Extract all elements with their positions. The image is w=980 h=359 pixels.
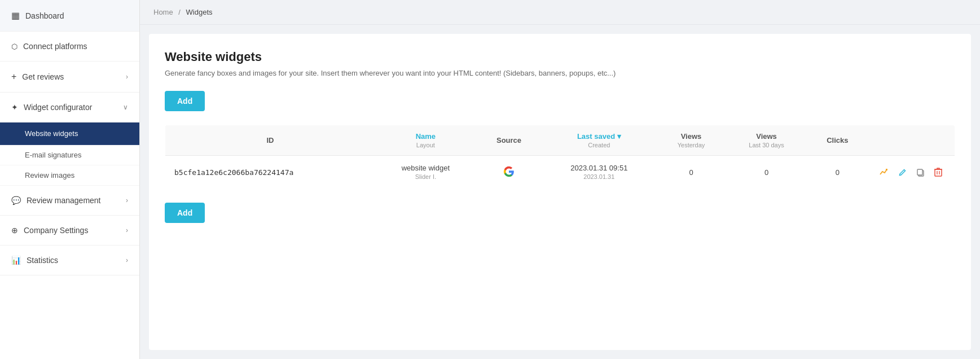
col-name[interactable]: Name Layout [375, 125, 476, 156]
breadcrumb-current: Widgets [186, 8, 213, 16]
sidebar-item-dashboard[interactable]: ▦ Dashboard [0, 0, 139, 32]
sidebar-item-get-reviews[interactable]: + Get reviews › [0, 62, 139, 93]
chevron-right-icon: › [126, 256, 128, 264]
col-actions [868, 125, 955, 156]
add-button-bottom[interactable]: Add [165, 203, 205, 223]
copy-action-icon[interactable] [913, 165, 928, 180]
col-views-30: Views Last 30 days [726, 125, 807, 156]
breadcrumb: Home / Widgets [140, 0, 980, 25]
row-clicks: 0 [807, 156, 868, 189]
page-subtitle: Generate fancy boxes and images for your… [165, 69, 955, 77]
main-content: Home / Widgets Website widgets Generate … [140, 0, 980, 359]
page-title: Website widgets [165, 50, 955, 64]
sidebar-item-company-settings[interactable]: ⊕ Company Settings › [0, 216, 139, 246]
table-row: b5cfe1a12e6c2066ba76224147a website widg… [165, 156, 955, 189]
google-icon [503, 166, 515, 177]
stats-icon: 📊 [11, 256, 21, 265]
chevron-right-icon: › [126, 226, 128, 234]
sidebar-sub-label: Review images [25, 171, 74, 180]
col-source: Source [476, 125, 542, 156]
sidebar-item-label: Company Settings [24, 226, 88, 235]
chevron-down-icon: ∨ [123, 103, 128, 111]
sidebar-item-website-widgets[interactable]: Website widgets [0, 122, 139, 145]
sidebar-item-label: Get reviews [22, 72, 64, 81]
sidebar-item-label: Widget configurator [24, 103, 92, 112]
row-actions [868, 156, 955, 189]
chevron-right-icon: › [126, 73, 128, 81]
row-last-saved: 2023.01.31 09:51 2023.01.31 [542, 156, 656, 189]
sidebar-item-label: Dashboard [25, 11, 64, 20]
sidebar-item-label: Statistics [27, 256, 58, 265]
dashboard-icon: ▦ [11, 10, 20, 21]
svg-rect-2 [935, 169, 942, 176]
sidebar-item-label: Connect platforms [23, 42, 87, 51]
breadcrumb-home[interactable]: Home [153, 8, 173, 16]
puzzle-icon: ✦ [11, 103, 18, 112]
chevron-right-icon: › [126, 196, 128, 204]
widget-table: ID Name Layout Source Last saved ▾ Creat… [165, 125, 955, 189]
row-name: website widget Slider I. [375, 156, 476, 189]
col-views-yesterday: Views Yesterday [657, 125, 726, 156]
sidebar-item-review-management[interactable]: 💬 Review management › [0, 186, 139, 216]
sidebar-item-widget-configurator[interactable]: ✦ Widget configurator ∨ [0, 93, 139, 122]
connect-icon: ⬡ [11, 42, 17, 51]
row-views-yesterday: 0 [657, 156, 726, 189]
chat-icon: 💬 [11, 196, 21, 205]
sidebar-item-review-images[interactable]: Review images [0, 165, 139, 186]
add-button-top[interactable]: Add [165, 91, 205, 111]
breadcrumb-separator: / [178, 8, 181, 16]
row-id: b5cfe1a12e6c2066ba76224147a [165, 156, 375, 189]
svg-rect-1 [917, 169, 922, 175]
col-clicks: Clicks [807, 125, 868, 156]
col-last-saved[interactable]: Last saved ▾ Created [542, 125, 656, 156]
sidebar-item-label: Review management [27, 196, 101, 205]
col-id: ID [165, 125, 375, 156]
sidebar-sub-label: Website widgets [25, 129, 78, 138]
edit-action-icon[interactable] [895, 165, 909, 180]
plus-icon: + [11, 72, 16, 82]
sidebar-item-email-signatures[interactable]: E-mail signatures [0, 145, 139, 165]
row-source [476, 156, 542, 189]
settings-icon: ⊕ [11, 226, 18, 235]
row-views-30: 0 [726, 156, 807, 189]
sidebar-sub-label: E-mail signatures [25, 151, 81, 159]
sidebar-item-connect-platforms[interactable]: ⬡ Connect platforms [0, 32, 139, 62]
stats-action-icon[interactable] [877, 165, 891, 180]
sidebar-item-statistics[interactable]: 📊 Statistics › [0, 246, 139, 275]
content-area: Website widgets Generate fancy boxes and… [149, 34, 971, 350]
sidebar: ▦ Dashboard ⬡ Connect platforms + Get re… [0, 0, 140, 359]
delete-action-icon[interactable] [931, 165, 946, 180]
